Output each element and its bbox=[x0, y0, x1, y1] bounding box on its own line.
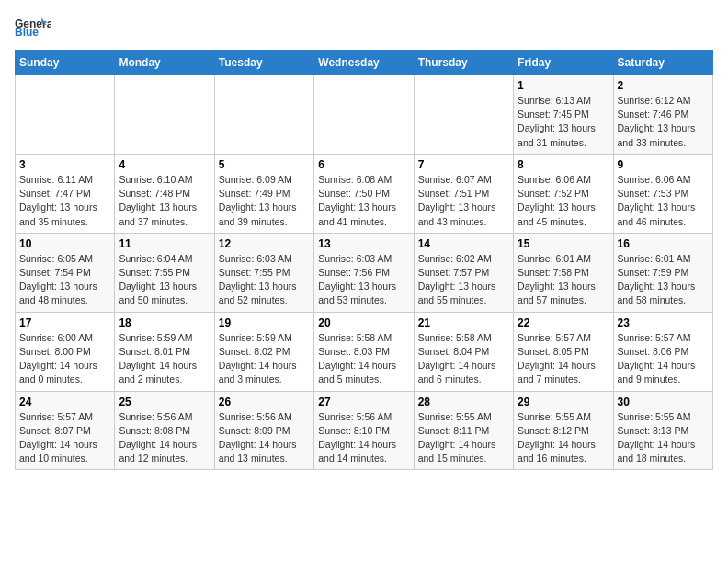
day-number: 11 bbox=[119, 237, 210, 250]
day-detail: Sunrise: 6:07 AM Sunset: 7:51 PM Dayligh… bbox=[418, 174, 496, 227]
day-detail: Sunrise: 5:59 AM Sunset: 8:02 PM Dayligh… bbox=[219, 332, 297, 385]
calendar-cell bbox=[414, 75, 513, 155]
calendar-cell: 4Sunrise: 6:10 AM Sunset: 7:48 PM Daylig… bbox=[115, 154, 214, 233]
svg-text:Blue: Blue bbox=[15, 26, 39, 39]
calendar-cell: 16Sunrise: 6:01 AM Sunset: 7:59 PM Dayli… bbox=[613, 233, 712, 312]
week-row-2: 10Sunrise: 6:05 AM Sunset: 7:54 PM Dayli… bbox=[16, 233, 713, 312]
header-tuesday: Tuesday bbox=[214, 51, 313, 75]
day-number: 27 bbox=[318, 396, 409, 408]
header-sunday: Sunday bbox=[16, 51, 115, 75]
calendar-cell: 1Sunrise: 6:13 AM Sunset: 7:45 PM Daylig… bbox=[514, 75, 613, 155]
day-number: 8 bbox=[518, 158, 609, 171]
day-detail: Sunrise: 6:06 AM Sunset: 7:52 PM Dayligh… bbox=[518, 174, 596, 227]
header-saturday: Saturday bbox=[613, 51, 712, 75]
calendar-cell: 20Sunrise: 5:58 AM Sunset: 8:03 PM Dayli… bbox=[314, 312, 414, 391]
day-number: 13 bbox=[318, 237, 409, 250]
calendar-cell: 14Sunrise: 6:02 AM Sunset: 7:57 PM Dayli… bbox=[414, 233, 513, 312]
day-number: 5 bbox=[219, 158, 310, 171]
day-detail: Sunrise: 6:01 AM Sunset: 7:59 PM Dayligh… bbox=[618, 253, 696, 306]
day-detail: Sunrise: 6:08 AM Sunset: 7:50 PM Dayligh… bbox=[318, 174, 396, 227]
calendar-cell: 29Sunrise: 5:55 AM Sunset: 8:12 PM Dayli… bbox=[514, 391, 613, 470]
calendar-cell: 12Sunrise: 6:03 AM Sunset: 7:55 PM Dayli… bbox=[214, 233, 313, 312]
day-detail: Sunrise: 6:09 AM Sunset: 7:49 PM Dayligh… bbox=[219, 174, 297, 227]
day-number: 17 bbox=[19, 316, 110, 329]
calendar-cell bbox=[16, 75, 115, 155]
logo: General Blue bbox=[15, 15, 51, 40]
header-thursday: Thursday bbox=[414, 51, 513, 75]
day-number: 23 bbox=[618, 316, 709, 329]
day-detail: Sunrise: 6:10 AM Sunset: 7:48 PM Dayligh… bbox=[119, 174, 197, 227]
day-detail: Sunrise: 6:03 AM Sunset: 7:55 PM Dayligh… bbox=[219, 253, 297, 306]
day-detail: Sunrise: 5:56 AM Sunset: 8:10 PM Dayligh… bbox=[318, 411, 396, 465]
calendar-cell bbox=[115, 75, 214, 155]
day-detail: Sunrise: 6:02 AM Sunset: 7:57 PM Dayligh… bbox=[418, 253, 496, 306]
calendar-cell: 9Sunrise: 6:06 AM Sunset: 7:53 PM Daylig… bbox=[613, 154, 712, 233]
calendar-cell: 27Sunrise: 5:56 AM Sunset: 8:10 PM Dayli… bbox=[314, 391, 414, 470]
day-detail: Sunrise: 6:00 AM Sunset: 8:00 PM Dayligh… bbox=[19, 332, 97, 385]
day-detail: Sunrise: 5:57 AM Sunset: 8:06 PM Dayligh… bbox=[618, 332, 696, 385]
day-number: 20 bbox=[318, 316, 409, 329]
calendar-cell: 2Sunrise: 6:12 AM Sunset: 7:46 PM Daylig… bbox=[613, 75, 712, 155]
week-row-3: 17Sunrise: 6:00 AM Sunset: 8:00 PM Dayli… bbox=[16, 312, 713, 391]
calendar-cell: 18Sunrise: 5:59 AM Sunset: 8:01 PM Dayli… bbox=[115, 312, 214, 391]
calendar-cell: 17Sunrise: 6:00 AM Sunset: 8:00 PM Dayli… bbox=[16, 312, 115, 391]
day-number: 9 bbox=[618, 158, 709, 171]
day-detail: Sunrise: 5:57 AM Sunset: 8:05 PM Dayligh… bbox=[518, 332, 596, 385]
day-number: 7 bbox=[418, 158, 509, 171]
day-number: 21 bbox=[418, 316, 509, 329]
day-detail: Sunrise: 6:01 AM Sunset: 7:58 PM Dayligh… bbox=[518, 253, 596, 306]
day-number: 22 bbox=[518, 316, 609, 329]
calendar-cell: 23Sunrise: 5:57 AM Sunset: 8:06 PM Dayli… bbox=[613, 312, 712, 391]
calendar-cell bbox=[214, 75, 313, 155]
day-number: 4 bbox=[119, 158, 210, 171]
calendar-cell: 8Sunrise: 6:06 AM Sunset: 7:52 PM Daylig… bbox=[514, 154, 613, 233]
day-number: 26 bbox=[219, 396, 310, 408]
day-detail: Sunrise: 6:12 AM Sunset: 7:46 PM Dayligh… bbox=[618, 95, 696, 148]
day-detail: Sunrise: 5:55 AM Sunset: 8:12 PM Dayligh… bbox=[518, 411, 596, 465]
day-detail: Sunrise: 6:06 AM Sunset: 7:53 PM Dayligh… bbox=[618, 174, 696, 227]
day-detail: Sunrise: 5:55 AM Sunset: 8:13 PM Dayligh… bbox=[618, 411, 696, 465]
calendar-cell: 11Sunrise: 6:04 AM Sunset: 7:55 PM Dayli… bbox=[115, 233, 214, 312]
calendar-cell: 3Sunrise: 6:11 AM Sunset: 7:47 PM Daylig… bbox=[16, 154, 115, 233]
day-number: 18 bbox=[119, 316, 210, 329]
week-row-4: 24Sunrise: 5:57 AM Sunset: 8:07 PM Dayli… bbox=[16, 391, 713, 470]
day-detail: Sunrise: 6:03 AM Sunset: 7:56 PM Dayligh… bbox=[318, 253, 396, 306]
calendar-cell: 5Sunrise: 6:09 AM Sunset: 7:49 PM Daylig… bbox=[214, 154, 313, 233]
header-friday: Friday bbox=[514, 51, 613, 75]
calendar-cell: 6Sunrise: 6:08 AM Sunset: 7:50 PM Daylig… bbox=[314, 154, 414, 233]
calendar-cell: 15Sunrise: 6:01 AM Sunset: 7:58 PM Dayli… bbox=[514, 233, 613, 312]
calendar-cell: 22Sunrise: 5:57 AM Sunset: 8:05 PM Dayli… bbox=[514, 312, 613, 391]
logo-icon: General Blue bbox=[15, 15, 51, 40]
calendar-cell bbox=[314, 75, 414, 155]
day-detail: Sunrise: 5:57 AM Sunset: 8:07 PM Dayligh… bbox=[19, 411, 97, 465]
calendar-cell: 7Sunrise: 6:07 AM Sunset: 7:51 PM Daylig… bbox=[414, 154, 513, 233]
day-detail: Sunrise: 5:56 AM Sunset: 8:08 PM Dayligh… bbox=[119, 411, 197, 465]
day-number: 6 bbox=[318, 158, 409, 171]
calendar-cell: 24Sunrise: 5:57 AM Sunset: 8:07 PM Dayli… bbox=[16, 391, 115, 470]
header-wednesday: Wednesday bbox=[314, 51, 414, 75]
calendar-cell: 21Sunrise: 5:58 AM Sunset: 8:04 PM Dayli… bbox=[414, 312, 513, 391]
day-number: 2 bbox=[618, 79, 709, 92]
week-row-1: 3Sunrise: 6:11 AM Sunset: 7:47 PM Daylig… bbox=[16, 154, 713, 233]
day-detail: Sunrise: 6:04 AM Sunset: 7:55 PM Dayligh… bbox=[119, 253, 197, 306]
calendar-table: SundayMondayTuesdayWednesdayThursdayFrid… bbox=[15, 50, 713, 470]
day-detail: Sunrise: 5:58 AM Sunset: 8:04 PM Dayligh… bbox=[418, 332, 496, 385]
day-detail: Sunrise: 5:55 AM Sunset: 8:11 PM Dayligh… bbox=[418, 411, 496, 465]
day-number: 3 bbox=[19, 158, 110, 171]
day-detail: Sunrise: 6:11 AM Sunset: 7:47 PM Dayligh… bbox=[19, 174, 97, 227]
calendar-cell: 26Sunrise: 5:56 AM Sunset: 8:09 PM Dayli… bbox=[214, 391, 313, 470]
page-header: General Blue bbox=[15, 15, 713, 40]
day-number: 30 bbox=[618, 396, 709, 408]
week-row-0: 1Sunrise: 6:13 AM Sunset: 7:45 PM Daylig… bbox=[16, 75, 713, 155]
day-detail: Sunrise: 6:13 AM Sunset: 7:45 PM Dayligh… bbox=[518, 95, 596, 148]
calendar-cell: 10Sunrise: 6:05 AM Sunset: 7:54 PM Dayli… bbox=[16, 233, 115, 312]
day-number: 10 bbox=[19, 237, 110, 250]
day-detail: Sunrise: 5:58 AM Sunset: 8:03 PM Dayligh… bbox=[318, 332, 396, 385]
calendar-cell: 28Sunrise: 5:55 AM Sunset: 8:11 PM Dayli… bbox=[414, 391, 513, 470]
day-number: 16 bbox=[618, 237, 709, 250]
header-row: SundayMondayTuesdayWednesdayThursdayFrid… bbox=[16, 51, 713, 75]
day-detail: Sunrise: 6:05 AM Sunset: 7:54 PM Dayligh… bbox=[19, 253, 97, 306]
day-number: 15 bbox=[518, 237, 609, 250]
calendar-cell: 25Sunrise: 5:56 AM Sunset: 8:08 PM Dayli… bbox=[115, 391, 214, 470]
day-number: 19 bbox=[219, 316, 310, 329]
